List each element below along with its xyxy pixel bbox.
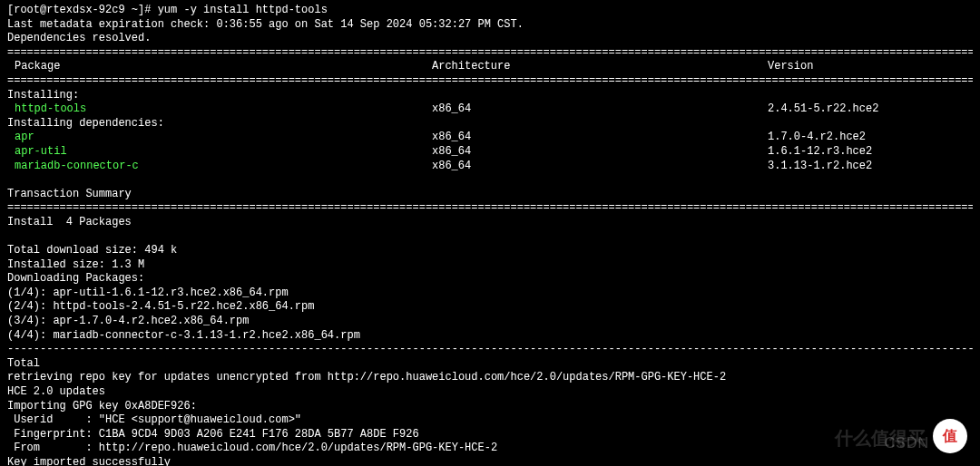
status-line: Key imported successfully bbox=[7, 456, 973, 466]
pkg-ver: 3.1.13-1.r2.hce2 bbox=[768, 160, 973, 174]
pkg-arch: x86_64 bbox=[432, 145, 768, 160]
gpg-from: From : http://repo.huaweicloud.com/hce/2… bbox=[7, 442, 973, 456]
pkg-arch: x86_64 bbox=[432, 160, 768, 174]
pkg-ver: 2.4.51-5.r22.hce2 bbox=[768, 102, 973, 117]
download-line: (4/4): mariadb-connector-c-3.1.13-1.r2.h… bbox=[7, 329, 973, 344]
pkg-ver: 1.6.1-12.r3.hce2 bbox=[768, 145, 973, 160]
gpg-fingerprint: Fingerprint: C1BA 9CD4 9D03 A206 E241 F1… bbox=[7, 428, 973, 442]
install-count: Install 4 Packages bbox=[7, 216, 973, 230]
pkg-arch: x86_64 bbox=[432, 131, 768, 145]
col-arch: Architecture bbox=[432, 60, 768, 74]
hce-updates: HCE 2.0 updates bbox=[7, 385, 973, 400]
pkg-name: apr bbox=[7, 131, 432, 145]
table-row: apr-util x86_64 1.6.1-12.r3.hce2 bbox=[7, 145, 973, 160]
table-row: mariadb-connector-c x86_64 3.1.13-1.r2.h… bbox=[7, 160, 973, 174]
deps-label: Installing dependencies: bbox=[7, 117, 973, 131]
download-line: (3/4): apr-1.7.0-4.r2.hce2.x86_64.rpm bbox=[7, 315, 973, 329]
total-label: Total bbox=[7, 357, 973, 372]
table-row: httpd-tools x86_64 2.4.51-5.r22.hce2 bbox=[7, 102, 973, 117]
installed-size: Installed size: 1.3 M bbox=[7, 258, 973, 273]
downloading-label: Downloading Packages: bbox=[7, 272, 973, 286]
pkg-name: httpd-tools bbox=[7, 102, 432, 117]
summary-label: Transaction Summary bbox=[7, 188, 973, 202]
gpg-import: Importing GPG key 0xA8DEF926: bbox=[7, 400, 973, 414]
download-line: (1/4): apr-util-1.6.1-12.r3.hce2.x86_64.… bbox=[7, 286, 973, 301]
col-version: Version bbox=[768, 60, 973, 74]
repo-key: retrieving repo key for updates unencryp… bbox=[7, 371, 973, 385]
download-size: Total download size: 494 k bbox=[7, 244, 973, 258]
pkg-arch: x86_64 bbox=[432, 102, 768, 117]
dash-separator: ----------------------------------------… bbox=[7, 343, 973, 357]
pkg-ver: 1.7.0-4.r2.hce2 bbox=[768, 131, 973, 145]
separator: ========================================… bbox=[7, 46, 973, 61]
blank bbox=[7, 173, 973, 188]
pkg-name: mariadb-connector-c bbox=[7, 160, 432, 174]
meta-expire: Last metadata expiration check: 0:36:55 … bbox=[7, 18, 973, 33]
pkg-name: apr-util bbox=[7, 145, 432, 160]
gpg-userid: Userid : "HCE <support@huaweicloud.com>" bbox=[7, 413, 973, 428]
download-line: (2/4): httpd-tools-2.4.51-5.r22.hce2.x86… bbox=[7, 300, 973, 315]
table-header: Package Architecture Version bbox=[7, 60, 973, 74]
separator: ========================================… bbox=[7, 74, 973, 89]
shell-prompt: [root@rtexdsx-92c9 ~]# yum -y install ht… bbox=[7, 4, 973, 18]
blank bbox=[7, 230, 973, 245]
separator: ========================================… bbox=[7, 201, 973, 216]
col-package: Package bbox=[7, 60, 432, 74]
deps-resolved: Dependencies resolved. bbox=[7, 32, 973, 46]
installing-label: Installing: bbox=[7, 89, 973, 103]
table-row: apr x86_64 1.7.0-4.r2.hce2 bbox=[7, 131, 973, 145]
